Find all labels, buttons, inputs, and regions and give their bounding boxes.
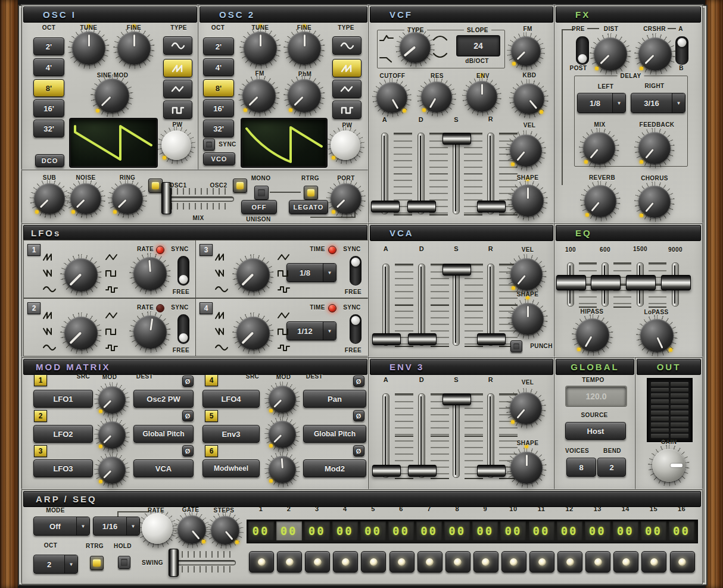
arp-rate-division-dropdown[interactable]: 1/16 [93,517,140,536]
filter-type-knob[interactable] [400,32,431,63]
step-button-6[interactable] [389,551,415,573]
mm-row3-dest-button[interactable]: VCA [133,459,194,477]
step-display-7[interactable]: 00 [416,521,442,540]
vcf-attack-slider[interactable] [371,133,398,213]
step-display-6[interactable]: 00 [388,521,414,540]
eq-9000-slider[interactable] [661,262,690,305]
step-display-9[interactable]: 00 [472,521,498,540]
osc1-tune-knob[interactable] [72,32,105,65]
mm-row4-invert-button[interactable]: Ø [353,376,364,387]
osc2-fm-knob[interactable] [242,79,276,112]
osc1-oct-8[interactable]: 8' [33,79,64,97]
lfo2-rate-knob[interactable] [133,315,167,349]
step-display-16[interactable]: 00 [669,521,694,540]
chevron-down-icon[interactable] [77,517,89,535]
chevron-down-icon[interactable] [65,555,77,573]
rtrg-led-button[interactable] [304,186,318,200]
swing-slider-track[interactable] [169,560,236,565]
vca-shape-knob[interactable] [512,303,544,335]
lfo1-free-toggle[interactable] [177,256,189,286]
lfo1-rate-knob[interactable] [133,257,167,290]
mm-row6-invert-button[interactable]: Ø [353,445,364,456]
osc1-type-saw-button[interactable] [163,59,192,77]
port-knob[interactable] [331,183,362,214]
osc1-type-pulse-button[interactable] [163,101,192,119]
swing-slider-handle[interactable] [169,549,179,577]
step-button-4[interactable] [333,551,358,573]
step-display-8[interactable]: 00 [444,521,470,540]
mm-row1-invert-button[interactable]: Ø [182,376,194,387]
chevron-down-icon[interactable] [672,93,685,112]
step-display-4[interactable]: 00 [332,521,358,540]
mm-row6-dest-button[interactable]: Mod2 [303,459,366,477]
step-display-3[interactable]: 00 [304,521,330,540]
step-button-12[interactable] [557,551,582,573]
step-button-15[interactable] [641,551,666,573]
vca-decay-slider[interactable] [408,264,435,345]
kbd-knob[interactable] [513,83,544,114]
vcf-shape-knob[interactable] [512,184,544,217]
mono-checkbox[interactable] [254,186,269,200]
osc1-type-sine-button[interactable] [163,36,192,55]
arp-steps-knob[interactable] [211,516,239,545]
chevron-down-icon[interactable] [613,93,625,112]
step-button-9[interactable] [473,551,498,573]
sub-knob[interactable] [34,183,65,214]
osc1-dco-button[interactable]: DCO [35,154,64,167]
lopass-knob[interactable] [640,319,674,352]
noise-knob[interactable] [70,183,101,214]
osc1-pw-knob[interactable] [161,130,191,160]
step-button-3[interactable] [305,551,330,573]
feedback-knob[interactable] [638,132,671,164]
osc2-type-triangle-button[interactable] [332,80,362,98]
env3-sustain-slider[interactable] [442,393,470,477]
vcf-decay-slider[interactable] [407,133,435,213]
mix-slider-track[interactable] [161,196,234,202]
ring-knob[interactable] [112,183,143,214]
env3-vel-knob[interactable] [510,392,542,424]
hipass-knob[interactable] [576,318,609,352]
chorus-knob[interactable] [638,186,671,218]
osc1-sinemod-knob[interactable] [95,79,129,113]
step-display-5[interactable]: 00 [360,521,386,540]
osc2-oct-16[interactable]: 16' [203,99,234,117]
lfo4-free-toggle[interactable] [350,314,362,344]
osc1-oct-16[interactable]: 16' [33,99,64,117]
arp-gate-knob[interactable] [177,515,206,544]
arp-rtrg-led-button[interactable] [90,556,104,570]
lfo3-wave-selector-knob[interactable] [236,258,270,292]
eq-600-slider[interactable] [591,262,619,305]
osc2-pw-knob[interactable] [331,130,360,160]
eq-100-slider[interactable] [556,262,585,305]
vca-vel-knob[interactable] [510,258,543,290]
step-button-14[interactable] [613,551,638,573]
osc2-type-saw-button[interactable] [332,59,362,77]
step-button-7[interactable] [417,551,442,573]
gain-knob[interactable] [652,449,685,482]
step-display-11[interactable]: 00 [529,521,554,540]
osc2-oct-4[interactable]: 4' [203,58,234,76]
osc2-fine-knob[interactable] [288,32,321,65]
arp-rate-knob[interactable] [142,513,173,544]
osc2-type-pulse-button[interactable] [332,101,362,119]
cutoff-knob[interactable] [376,82,407,113]
mm-row4-dest-button[interactable]: Pan [303,390,366,408]
reverb-knob[interactable] [584,185,616,217]
mm-row3-invert-button[interactable]: Ø [182,445,194,456]
step-button-13[interactable] [585,551,610,573]
step-button-8[interactable] [445,551,470,573]
crshr-knob[interactable] [638,37,672,71]
osc2-vco-button[interactable]: VCO [203,152,235,165]
mm-row6-mod-knob[interactable] [269,456,296,483]
env3-decay-slider[interactable] [408,393,435,477]
step-display-13[interactable]: 00 [585,521,610,540]
osc1-oct-32[interactable]: 32' [33,120,64,137]
env3-release-slider[interactable] [477,393,504,477]
chevron-down-icon[interactable] [323,322,336,340]
mm-row3-mod-knob[interactable] [98,456,126,484]
tempo-display[interactable]: 120.0 [565,386,627,407]
mm-row4-mod-knob[interactable] [269,386,296,413]
lfo2-free-toggle[interactable] [177,314,189,344]
step-button-16[interactable] [670,551,695,573]
mm-row2-invert-button[interactable]: Ø [182,410,194,421]
